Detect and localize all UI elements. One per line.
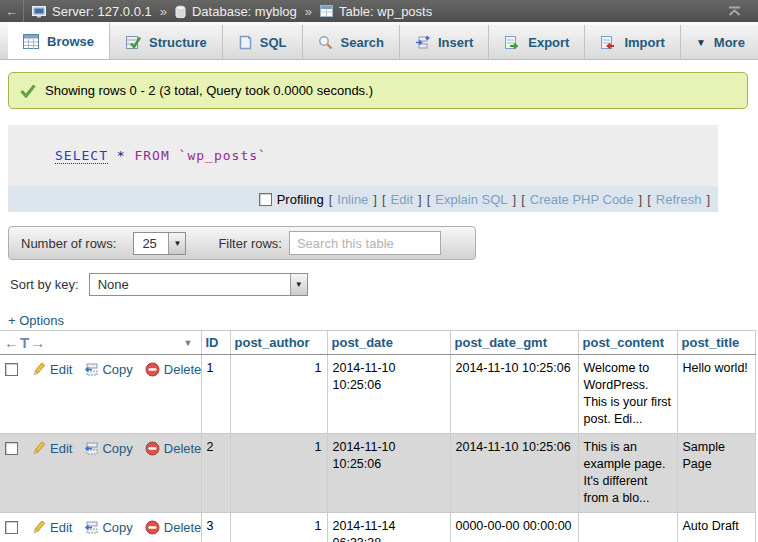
profiling-label: Profiling xyxy=(277,192,324,207)
sql-keyword-select[interactable]: SELECT xyxy=(55,148,108,164)
edit-link[interactable]: Edit xyxy=(50,361,72,378)
status-message-text: Showing rows 0 - 2 (3 total, Query took … xyxy=(45,83,373,98)
explain-sql-link[interactable]: Explain SQL xyxy=(435,192,507,207)
sql-table-name: `wp_posts` xyxy=(179,148,267,163)
tab-label: SQL xyxy=(260,35,287,50)
delete-icon[interactable] xyxy=(145,362,164,377)
copy-link[interactable]: Copy xyxy=(102,519,132,536)
copy-icon[interactable] xyxy=(84,521,102,534)
cell-post-author[interactable]: 1 xyxy=(230,513,327,542)
copy-link[interactable]: Copy xyxy=(102,361,132,378)
row-actions-cell: Edit Copy Delete xyxy=(0,434,201,513)
header-dropdown-icon[interactable]: ▼ xyxy=(184,338,193,348)
cell-post-title[interactable]: Hello world! xyxy=(677,355,755,434)
breadcrumb-database[interactable]: Database: myblog xyxy=(192,4,297,19)
sort-by-key-select[interactable]: None ▼ xyxy=(89,273,308,296)
cell-post-date-gmt[interactable]: 2014-11-10 10:25:06 xyxy=(450,434,578,513)
cell-id[interactable]: 2 xyxy=(201,434,230,513)
tab-structure[interactable]: Structure xyxy=(110,25,223,59)
tab-insert[interactable]: Insert xyxy=(400,25,489,59)
select-arrow-icon: ▼ xyxy=(290,274,307,295)
tab-more[interactable]: ▼ More xyxy=(681,25,758,59)
column-header-post-author[interactable]: post_author xyxy=(230,331,327,355)
tab-label: Insert xyxy=(438,35,473,50)
cell-post-content[interactable]: Welcome to WordPress. This is your first… xyxy=(578,355,677,434)
edit-pencil-icon[interactable] xyxy=(31,442,50,456)
column-header-post-content[interactable]: post_content xyxy=(578,331,677,355)
back-button[interactable]: ← xyxy=(0,0,24,22)
refresh-link[interactable]: Refresh xyxy=(656,192,702,207)
table-icon xyxy=(320,5,333,17)
cell-post-content[interactable] xyxy=(578,513,677,542)
row-checkbox[interactable] xyxy=(5,521,18,534)
number-of-rows-label: Number of rows: xyxy=(21,236,116,251)
options-toggle-link[interactable]: + Options xyxy=(8,313,64,328)
filter-rows-input[interactable] xyxy=(289,231,441,255)
cell-post-title[interactable]: Auto Draft xyxy=(677,513,755,542)
phpmyadmin-browse-screen: ← Server: 127.0.0.1 » Database: myblog »… xyxy=(0,0,758,542)
header-row: ←T→ ▼ ID post_author post_date post_date… xyxy=(0,331,755,355)
column-header-post-title[interactable]: post_title xyxy=(677,331,755,355)
tab-label: Structure xyxy=(149,35,207,50)
cell-post-content[interactable]: This is an example page. It's different … xyxy=(578,434,677,513)
edit-query-link[interactable]: Edit xyxy=(391,192,413,207)
cell-id[interactable]: 1 xyxy=(201,355,230,434)
tab-label: Export xyxy=(528,35,569,50)
tab-search[interactable]: Search xyxy=(303,25,400,59)
column-actions-header: ←T→ ▼ xyxy=(0,331,201,355)
insert-icon xyxy=(415,35,430,50)
sql-icon xyxy=(238,35,252,50)
edit-pencil-icon[interactable] xyxy=(31,521,50,535)
copy-icon[interactable] xyxy=(84,442,102,455)
copy-link[interactable]: Copy xyxy=(102,440,132,457)
edit-link[interactable]: Edit xyxy=(50,440,72,457)
profiling-checkbox[interactable] xyxy=(259,193,272,206)
table-row: Edit Copy Delete 1 1 2014-11-10 10:25:06… xyxy=(0,355,755,434)
column-header-post-date-gmt[interactable]: post_date_gmt xyxy=(450,331,578,355)
delete-icon[interactable] xyxy=(145,520,164,535)
tab-sql[interactable]: SQL xyxy=(223,25,303,59)
delete-link[interactable]: Delete xyxy=(164,361,201,378)
cell-post-date[interactable]: 2014-11-14 06:33:38 xyxy=(327,513,450,542)
tab-export[interactable]: Export xyxy=(489,25,585,59)
column-header-post-date[interactable]: post_date xyxy=(327,331,450,355)
back-arrow-icon: ← xyxy=(5,4,18,19)
tab-label: Search xyxy=(341,35,384,50)
cell-post-title[interactable]: Sample Page xyxy=(677,434,755,513)
row-checkbox[interactable] xyxy=(5,442,18,455)
cell-post-date-gmt[interactable]: 2014-11-10 10:25:06 xyxy=(450,355,578,434)
export-icon xyxy=(504,35,520,50)
row-actions-cell: Edit Copy Delete xyxy=(0,355,201,434)
edit-link[interactable]: Edit xyxy=(50,519,72,536)
create-php-code-link[interactable]: Create PHP Code xyxy=(530,192,634,207)
cell-post-author[interactable]: 1 xyxy=(230,355,327,434)
table-row: Edit Copy Delete 2 1 2014-11-10 10:25:06… xyxy=(0,434,755,513)
chevron-down-icon: ▼ xyxy=(696,37,706,48)
column-action-icon[interactable]: ←T→ xyxy=(4,334,46,351)
cell-id[interactable]: 3 xyxy=(201,513,230,542)
column-header-id[interactable]: ID xyxy=(201,331,230,355)
breadcrumb-separator: » xyxy=(160,4,167,19)
import-icon xyxy=(600,35,616,50)
collapse-top-icon[interactable] xyxy=(727,6,742,17)
delete-icon[interactable] xyxy=(145,441,164,456)
breadcrumb-table[interactable]: Table: wp_posts xyxy=(339,4,432,19)
cell-post-date[interactable]: 2014-11-10 10:25:06 xyxy=(327,434,450,513)
row-checkbox[interactable] xyxy=(5,363,18,376)
inline-link[interactable]: Inline xyxy=(337,192,368,207)
breadcrumb-server[interactable]: Server: 127.0.0.1 xyxy=(52,4,152,19)
edit-pencil-icon[interactable] xyxy=(31,363,50,377)
tab-import[interactable]: Import xyxy=(585,25,680,59)
copy-icon[interactable] xyxy=(84,363,102,376)
row-actions-cell: Edit Copy Delete xyxy=(0,513,201,542)
cell-post-date[interactable]: 2014-11-10 10:25:06 xyxy=(327,355,450,434)
delete-link[interactable]: Delete xyxy=(164,519,201,536)
number-of-rows-select[interactable]: 25 ▼ xyxy=(133,232,186,255)
table-row: Edit Copy Delete 3 1 2014-11-14 06:33:38… xyxy=(0,513,755,542)
cell-post-date-gmt[interactable]: 0000-00-00 00:00:00 xyxy=(450,513,578,542)
delete-link[interactable]: Delete xyxy=(164,440,201,457)
tab-browse[interactable]: Browse xyxy=(8,23,110,59)
tab-label: Browse xyxy=(47,34,94,49)
cell-post-author[interactable]: 1 xyxy=(230,434,327,513)
breadcrumb-separator: » xyxy=(305,4,312,19)
